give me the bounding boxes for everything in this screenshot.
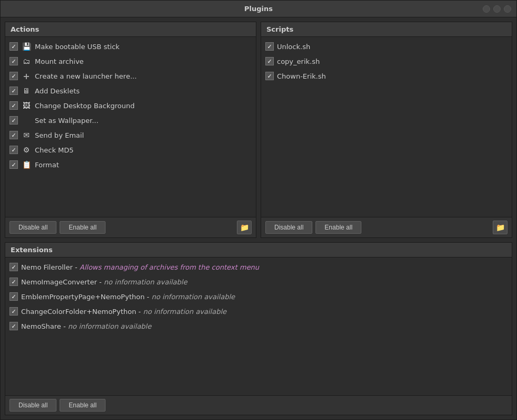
action-label-2: Mount archive: [35, 58, 84, 65]
script-checkbox-1[interactable]: [265, 42, 274, 51]
action-label-3: Create a new launcher here...: [35, 72, 137, 80]
action-checkbox-7[interactable]: [9, 131, 18, 139]
action-label-1: Make bootable USB stick: [35, 43, 120, 51]
close-button[interactable]: [504, 5, 511, 13]
maximize-button[interactable]: [493, 5, 501, 13]
ext-item-3: EmblemPropertyPage+NemoPython - no infor…: [5, 289, 512, 304]
action-item-3: + Create a new launcher here...: [5, 69, 256, 83]
ext-label-1: Nemo Fileroller - Allows managing of arc…: [21, 263, 259, 271]
ext-label-4: ChangeColorFolder+NemoPython - no inform…: [21, 308, 226, 316]
content-area: Actions 💾 Make bootable USB stick 🗂 Moun…: [1, 17, 516, 419]
extensions-header: Extensions: [5, 243, 512, 257]
script-label-2: copy_erik.sh: [277, 58, 320, 65]
action-checkbox-6[interactable]: [9, 116, 18, 125]
script-item-2: copy_erik.sh: [261, 54, 512, 69]
ext-item-2: NemoImageConverter - no information avai…: [5, 274, 512, 289]
extensions-enable-all-button[interactable]: Enable all: [60, 399, 106, 412]
action-label-6: Set as Wallpaper...: [35, 117, 99, 125]
extensions-disable-all-button[interactable]: Disable all: [9, 399, 56, 412]
ext-item-4: ChangeColorFolder+NemoPython - no inform…: [5, 304, 512, 319]
extensions-items: Nemo Fileroller - Allows managing of arc…: [5, 257, 512, 395]
ext-item-5: NemoShare - no information available: [5, 319, 512, 333]
action-checkbox-5[interactable]: [9, 101, 18, 110]
main-window: Plugins Actions 💾 Make bootable USB stic…: [0, 0, 517, 420]
ext-label-3: EmblemPropertyPage+NemoPython - no infor…: [21, 293, 235, 301]
actions-header: Actions: [5, 22, 256, 37]
action-item-9: 📋 Format: [5, 157, 256, 172]
action-icon-7: ✉: [21, 130, 32, 140]
script-checkbox-2[interactable]: [265, 57, 274, 65]
actions-items: 💾 Make bootable USB stick 🗂 Mount archiv…: [5, 37, 256, 217]
action-icon-2: 🗂: [21, 56, 32, 66]
action-item-6: Set as Wallpaper...: [5, 113, 256, 128]
script-item-1: Unlock.sh: [261, 39, 512, 54]
script-label-3: Chown-Erik.sh: [277, 72, 326, 80]
action-item-4: 🖥 Add Desklets: [5, 83, 256, 98]
action-item-2: 🗂 Mount archive: [5, 54, 256, 69]
action-icon-4: 🖥: [21, 85, 32, 96]
ext-label-5: NemoShare - no information available: [21, 322, 151, 330]
action-label-7: Send by Email: [35, 131, 84, 139]
ext-checkbox-1[interactable]: [9, 263, 18, 271]
action-item-5: 🖼 Change Desktop Background: [5, 98, 256, 113]
action-icon-5: 🖼: [21, 100, 32, 111]
scripts-footer: Disable all Enable all 📁: [261, 217, 512, 237]
window-controls: [483, 5, 511, 13]
action-icon-3: +: [21, 71, 32, 81]
title-bar: Plugins: [1, 1, 516, 17]
script-checkbox-3[interactable]: [265, 72, 274, 80]
ext-checkbox-5[interactable]: [9, 322, 18, 330]
extensions-footer: Disable all Enable all: [5, 395, 512, 415]
ext-checkbox-4[interactable]: [9, 307, 18, 316]
action-item-8: ⚙ Check MD5: [5, 142, 256, 157]
action-item-1: 💾 Make bootable USB stick: [5, 39, 256, 54]
action-checkbox-4[interactable]: [9, 87, 18, 95]
action-label-8: Check MD5: [35, 146, 74, 154]
script-item-3: Chown-Erik.sh: [261, 69, 512, 83]
scripts-folder-button[interactable]: 📁: [493, 221, 508, 234]
window-title: Plugins: [244, 5, 273, 13]
actions-folder-button[interactable]: 📁: [237, 221, 252, 234]
ext-label-2: NemoImageConverter - no information avai…: [21, 278, 187, 286]
scripts-disable-all-button[interactable]: Disable all: [265, 221, 312, 234]
actions-enable-all-button[interactable]: Enable all: [60, 221, 106, 234]
action-icon-8: ⚙: [21, 145, 32, 155]
action-checkbox-2[interactable]: [9, 57, 18, 65]
action-checkbox-8[interactable]: [9, 146, 18, 154]
top-row: Actions 💾 Make bootable USB stick 🗂 Moun…: [5, 22, 512, 238]
actions-disable-all-button[interactable]: Disable all: [9, 221, 56, 234]
scripts-items: Unlock.sh copy_erik.sh Chown-Erik.sh: [261, 37, 512, 217]
ext-item-1: Nemo Fileroller - Allows managing of arc…: [5, 260, 512, 274]
scripts-panel: Scripts Unlock.sh copy_erik.sh Chown-Eri…: [261, 22, 512, 238]
action-checkbox-1[interactable]: [9, 42, 18, 51]
action-icon-9: 📋: [21, 159, 32, 170]
action-icon-6: [21, 115, 32, 126]
scripts-enable-all-button[interactable]: Enable all: [315, 221, 361, 234]
minimize-button[interactable]: [483, 5, 490, 13]
scripts-header: Scripts: [261, 22, 512, 37]
ext-checkbox-3[interactable]: [9, 292, 18, 301]
actions-panel: Actions 💾 Make bootable USB stick 🗂 Moun…: [5, 22, 256, 238]
action-label-4: Add Desklets: [35, 87, 80, 95]
action-icon-1: 💾: [21, 41, 32, 52]
extensions-panel: Extensions Nemo Fileroller - Allows mana…: [5, 242, 512, 415]
action-label-9: Format: [35, 161, 59, 169]
action-item-7: ✉ Send by Email: [5, 128, 256, 142]
script-label-1: Unlock.sh: [277, 43, 310, 51]
action-checkbox-3[interactable]: [9, 72, 18, 80]
actions-footer: Disable all Enable all 📁: [5, 217, 256, 237]
action-checkbox-9[interactable]: [9, 160, 18, 169]
action-label-5: Change Desktop Background: [35, 102, 135, 110]
ext-checkbox-2[interactable]: [9, 278, 18, 286]
